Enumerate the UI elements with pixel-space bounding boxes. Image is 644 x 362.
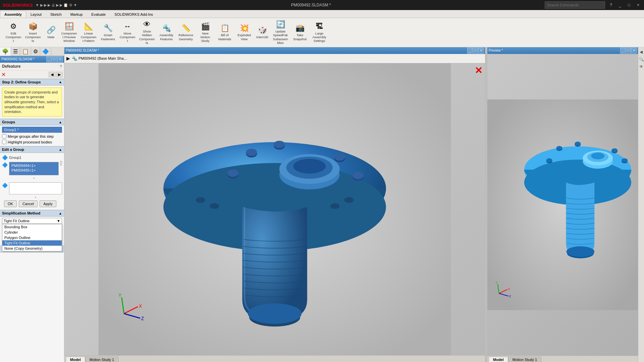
ok-button[interactable]: OK — [4, 200, 17, 207]
component-list-area: PM009494<1> PM009495<1> • — [9, 161, 59, 180]
panel-tab-properties[interactable]: 📋 — [20, 47, 31, 56]
model-tab[interactable]: Model — [66, 357, 85, 362]
preview-restore-button[interactable]: □ — [626, 48, 631, 54]
group1-item[interactable]: Group1 * — [2, 127, 62, 133]
empty-list-icon: 🔷 — [2, 183, 8, 188]
option-tight-fit[interactable]: Tight Fit Outline — [2, 240, 62, 246]
step2-header[interactable]: Step 2: Define Groups ▲ — [0, 79, 64, 85]
preview-close-button[interactable]: × — [631, 48, 637, 54]
preview-3d[interactable]: X Y Z — [487, 54, 638, 356]
restore-button[interactable]: □ — [626, 2, 632, 8]
edit-group-title: Edit a Group — [2, 147, 24, 152]
highlight-bodies-checkbox[interactable] — [2, 140, 6, 144]
ribbon-group-main: ⚙ Edit Component 📦 Insert Components 🔗 M… — [1, 19, 331, 46]
ribbon-reference-geometry[interactable]: 📏 Reference Geometry — [176, 22, 195, 42]
ribbon-large-assembly[interactable]: 🏗 Large Assembly Settings — [310, 21, 329, 44]
svg-text:X: X — [139, 303, 142, 308]
tab-addins[interactable]: SOLIDWORKS Add-Ins — [110, 11, 157, 18]
ribbon-move-component[interactable]: ↔ Move Component — [118, 21, 137, 44]
tab-markup[interactable]: Markup — [66, 11, 87, 18]
nav-forward-button[interactable]: ▶ — [56, 72, 63, 77]
option-none-copy[interactable]: None (Copy Geometry) — [2, 246, 62, 251]
ribbon-smart-fasteners[interactable]: 🔧 Smart Fasteners — [99, 22, 117, 42]
panel-title: Defeature — [2, 64, 20, 69]
fasteners-icon: 🔧 — [104, 24, 113, 33]
assembly-features-icon: 🔩 — [162, 24, 171, 33]
panel-header: Defeature ? — [0, 63, 64, 71]
sub-close-button[interactable]: × — [57, 56, 63, 62]
sidebar-view-icon[interactable]: 👁 — [638, 63, 644, 70]
preview-panel: Preview * _ □ × — [487, 47, 638, 362]
sidebar-expand-icon[interactable]: ◀ — [638, 49, 644, 55]
tab-layout[interactable]: Layout — [26, 11, 46, 18]
tab-evaluate[interactable]: Evaluate — [87, 11, 110, 18]
svg-point-18 — [353, 172, 364, 179]
ribbon-bill-of-materials[interactable]: 📋 Bill of Materials — [215, 22, 234, 42]
svg-text:Z: Z — [509, 295, 511, 298]
edit-group-header[interactable]: Edit a Group ▲ — [0, 146, 64, 153]
svg-point-19 — [196, 197, 205, 203]
sidebar-zoom-icon[interactable]: 🔍 — [638, 56, 644, 63]
viewport-3d[interactable]: 🔭 🔍 🎨 ✂ 📐 💡 👁 ✕ — [64, 63, 485, 355]
fasteners-label: Smart Fasteners — [100, 33, 116, 41]
ribbon-mate[interactable]: 🔗 Mate — [43, 24, 59, 40]
preview-minimize-button[interactable]: _ — [620, 48, 626, 54]
ribbon-new-motion-study[interactable]: 🎬 New Motion Study — [196, 21, 215, 44]
panel-tab-display[interactable]: 🔷 — [40, 47, 51, 56]
title-center: PM009492.SLDASM * — [77, 3, 545, 7]
viewport-doc-title: PM009492.SLDASM * — [66, 49, 99, 52]
help-button[interactable]: ? — [60, 64, 62, 69]
viewport-close-button[interactable]: × — [478, 48, 484, 54]
sub-restore-button[interactable]: □ — [52, 56, 57, 62]
ribbon-show-hidden[interactable]: 👁 Show Hidden Components — [138, 19, 156, 46]
option-polygon-outline[interactable]: Polygon Outline — [2, 235, 62, 240]
viewport-nav-icon[interactable]: ▶ — [66, 56, 70, 61]
ribbon-edit-component[interactable]: ⚙ Edit Component — [4, 21, 23, 44]
sub-titlebar-buttons: _ □ × — [46, 56, 63, 62]
ribbon-linear-pattern[interactable]: 📐 Linear Component Pattern — [79, 21, 98, 44]
option-bounding-box[interactable]: Bounding Box — [2, 224, 62, 230]
ribbon-exploded-view[interactable]: 💥 Exploded View — [235, 22, 254, 42]
component-list[interactable]: PM009494<1> PM009495<1> — [9, 162, 59, 175]
merge-groups-checkbox[interactable] — [2, 134, 6, 138]
viewport-restore-button[interactable]: □ — [473, 48, 478, 54]
empty-component-box[interactable] — [9, 182, 62, 194]
button-row: OK Cancel Apply — [2, 199, 62, 208]
group-icon: 🔷 — [2, 155, 8, 160]
minimize-button[interactable]: _ — [617, 2, 623, 8]
sub-minimize-button[interactable]: _ — [46, 56, 52, 62]
ribbon-snapshot[interactable]: 📸 Take Snapshot — [290, 22, 309, 42]
viewport-bottom-bar: Model Motion Study 1 — [64, 355, 485, 362]
viewport-minimize-button[interactable]: _ — [467, 48, 473, 54]
ribbon-assembly-features[interactable]: 🔩 Assembly Features — [157, 22, 176, 42]
viewport-titlebar: PM009492.SLDASM * _ □ × — [64, 47, 485, 54]
close-button[interactable]: × — [635, 2, 641, 8]
tab-sketch[interactable]: Sketch — [46, 11, 66, 18]
cancel-button[interactable]: Cancel — [19, 200, 38, 207]
right-sidebar: ◀ 🔍 👁 — [638, 47, 644, 362]
ribbon-update-speedpak[interactable]: 🔄 Update SpeedPak Subassemblies — [271, 19, 290, 46]
simplification-section: Tight Fit Outline ▼ Bounding Box Cylinde… — [0, 217, 64, 246]
ribbon-content: ⚙ Edit Component 📦 Insert Components 🔗 M… — [0, 18, 644, 47]
panel-tab-config[interactable]: ⚙ — [31, 47, 40, 56]
ribbon-component-preview[interactable]: 🪟 Component Preview Window — [60, 21, 78, 44]
dropdown-selected[interactable]: Tight Fit Outline ▼ — [2, 218, 62, 224]
help-icon[interactable]: ? — [608, 2, 614, 8]
svg-point-35 — [591, 153, 604, 159]
apply-button[interactable]: Apply — [40, 200, 56, 207]
preview-model-tab[interactable]: Model — [489, 357, 508, 362]
search-input[interactable] — [545, 1, 605, 9]
panel-close-icon[interactable]: ✕ — [1, 71, 6, 78]
tab-assembly[interactable]: Assembly — [0, 11, 26, 18]
simplification-header[interactable]: Simplification Method ▲ — [0, 210, 64, 217]
groups-header[interactable]: Groups ▲ — [0, 119, 64, 125]
nav-back-button[interactable]: ◀ — [49, 72, 55, 77]
ribbon-intern3d[interactable]: 🎲 Intern3D — [254, 24, 270, 40]
preview-motion-study-tab[interactable]: Motion Study 1 — [508, 357, 541, 362]
resize-handle[interactable] — [60, 161, 62, 166]
option-cylinder[interactable]: Cylinder — [2, 230, 62, 235]
ribbon-insert-components[interactable]: 📦 Insert Components — [23, 21, 42, 44]
motion-study-tab[interactable]: Motion Study 1 — [85, 357, 118, 362]
panel-tab-list[interactable]: ☰ — [11, 47, 20, 56]
panel-tab-tree[interactable]: 🌳 — [0, 47, 11, 56]
